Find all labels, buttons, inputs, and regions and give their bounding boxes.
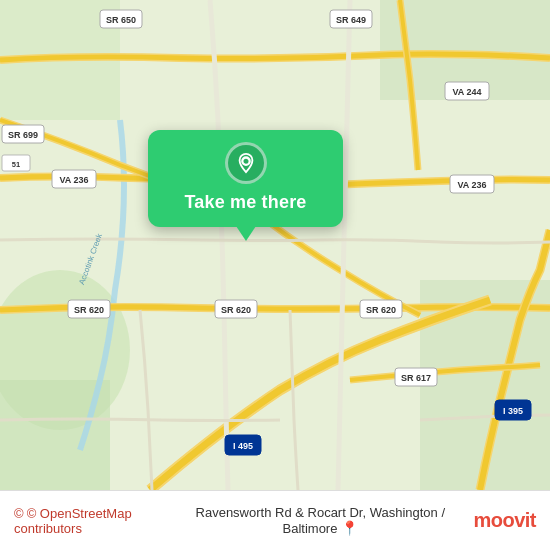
moovit-pin-decoration: 📍 — [341, 520, 358, 536]
svg-text:SR 620: SR 620 — [366, 305, 396, 315]
take-me-there-label: Take me there — [184, 192, 306, 213]
location-name-text: Ravensworth Rd & Rocart Dr, Washington /… — [196, 505, 446, 536]
moovit-brand-text: moovit — [473, 509, 536, 532]
moovit-logo: moovit — [473, 509, 536, 532]
svg-point-33 — [242, 158, 249, 165]
svg-text:SR 649: SR 649 — [336, 15, 366, 25]
osm-attribution: © © OpenStreetMap contributors — [14, 506, 167, 536]
map-popup[interactable]: Take me there — [148, 130, 343, 227]
svg-text:SR 620: SR 620 — [221, 305, 251, 315]
svg-text:SR 699: SR 699 — [8, 130, 38, 140]
map-container: SR 650 SR 649 SR 699 VA 236 VA 244 VA 23… — [0, 0, 550, 490]
svg-text:SR 617: SR 617 — [401, 373, 431, 383]
copyright-symbol: © — [14, 506, 24, 521]
location-pin-icon — [225, 142, 267, 184]
svg-text:51: 51 — [12, 160, 20, 169]
svg-text:VA 244: VA 244 — [452, 87, 481, 97]
svg-text:SR 620: SR 620 — [74, 305, 104, 315]
svg-text:I 395: I 395 — [503, 406, 523, 416]
location-name: Ravensworth Rd & Rocart Dr, Washington /… — [167, 505, 473, 536]
svg-text:VA 236: VA 236 — [59, 175, 88, 185]
map-background: SR 650 SR 649 SR 699 VA 236 VA 244 VA 23… — [0, 0, 550, 490]
bottom-bar: © © OpenStreetMap contributors Ravenswor… — [0, 490, 550, 550]
svg-text:VA 236: VA 236 — [457, 180, 486, 190]
svg-text:SR 650: SR 650 — [106, 15, 136, 25]
osm-credit-text: © OpenStreetMap contributors — [14, 506, 132, 536]
svg-text:I 495: I 495 — [233, 441, 253, 451]
